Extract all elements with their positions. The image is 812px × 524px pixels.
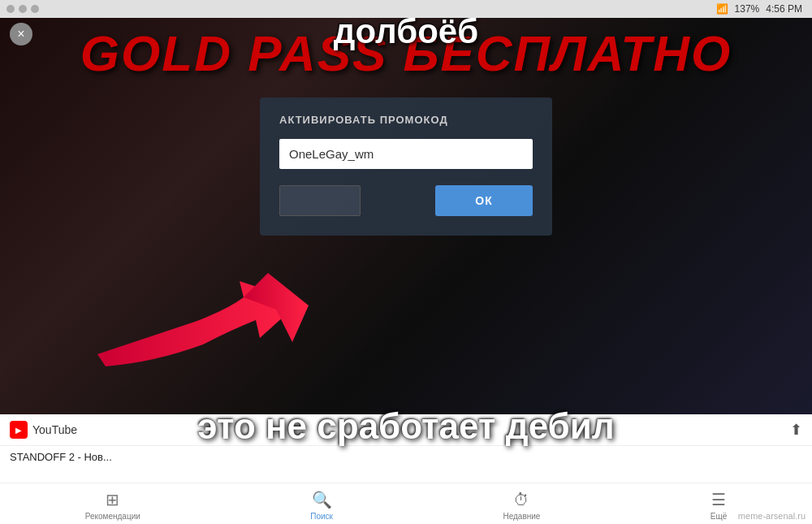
video-area: × GOLD PASS БЕСПЛАТНО долбоёб АКТИВИРОВА… — [0, 0, 812, 414]
youtube-logo: YouTube — [10, 421, 77, 439]
wifi-icon: 📶 — [716, 3, 728, 15]
red-arrow — [81, 216, 325, 382]
nav-tabs: ⊞Рекомендации🔍Поиск⏱Недавние☰Ещё — [0, 483, 812, 524]
promo-input[interactable] — [279, 139, 533, 169]
close-button[interactable]: × — [10, 23, 32, 45]
nav-tab-label-recent: Недавние — [503, 512, 540, 521]
dialog-buttons: ОК — [279, 185, 533, 216]
overlay-text-bottom: это не сработает дебил — [197, 406, 615, 447]
nav-tab-icon-recent: ⏱ — [513, 491, 529, 509]
dot-3 — [31, 5, 39, 13]
nav-tab-search[interactable]: 🔍Поиск — [310, 490, 333, 521]
promo-dialog: АКТИВИРОВАТЬ ПРОМОКОД ОК — [260, 97, 552, 236]
nav-tab-label-more: Ещё — [710, 512, 727, 521]
nav-tab-more[interactable]: ☰Ещё — [710, 490, 727, 521]
youtube-icon — [10, 421, 28, 439]
dot-1 — [6, 5, 15, 13]
watermark: meme-arsenal.ru — [738, 511, 806, 521]
nav-tab-label-search: Поиск — [310, 512, 333, 521]
status-bar: 📶 137% 4:56 PM — [0, 0, 812, 18]
nav-tab-icon-more: ☰ — [711, 490, 726, 509]
nav-tab-recent[interactable]: ⏱Недавние — [503, 491, 540, 521]
signal-strength: 137% — [735, 3, 760, 15]
youtube-label: YouTube — [32, 423, 77, 436]
dialog-title: АКТИВИРОВАТЬ ПРОМОКОД — [279, 114, 533, 126]
ok-button[interactable]: ОК — [435, 185, 533, 216]
video-title: STANDOFF 2 - Нов... — [0, 446, 812, 468]
window-controls — [6, 5, 39, 13]
share-icon[interactable]: ⬆ — [790, 421, 802, 439]
overlay-text-top: долбоёб — [334, 12, 478, 51]
status-time: 4:56 PM — [766, 3, 802, 15]
cancel-button[interactable] — [279, 185, 361, 216]
nav-tab-recommendations[interactable]: ⊞Рекомендации — [85, 490, 140, 521]
nav-tab-label-recommendations: Рекомендации — [85, 512, 140, 521]
nav-tab-icon-recommendations: ⊞ — [106, 490, 119, 509]
dot-2 — [19, 5, 27, 13]
nav-tab-icon-search: 🔍 — [312, 490, 332, 509]
